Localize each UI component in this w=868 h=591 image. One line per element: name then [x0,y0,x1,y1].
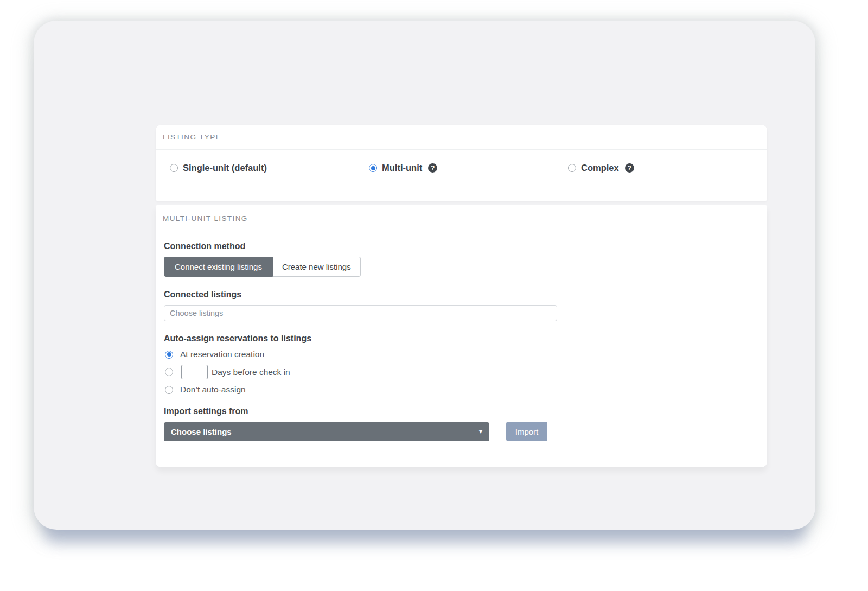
import-button[interactable]: Import [506,422,547,441]
radio-single-unit[interactable] [170,164,178,172]
listing-type-card: LISTING TYPE Single-unit (default) Multi… [156,125,767,201]
dropdown-selected-value: Choose listings [171,427,232,436]
import-settings-dropdown[interactable]: Choose listings ▾ [164,422,489,441]
radio-days-before-check-in[interactable] [165,368,173,376]
help-icon[interactable]: ? [625,163,634,173]
radio-option-dont-auto-assign[interactable]: Don’t auto-assign [164,385,767,395]
listing-type-header-label: LISTING TYPE [163,133,221,141]
listing-type-options: Single-unit (default) Multi-unit ? Compl… [156,150,767,173]
connection-method-label: Connection method [164,242,767,251]
radio-option-multi-unit[interactable]: Multi-unit ? [369,163,568,173]
connected-listings-input[interactable] [164,305,557,321]
multi-unit-listing-card: MULTI-UNIT LISTING Connection method Con… [156,205,767,467]
multi-unit-header-label: MULTI-UNIT LISTING [163,214,248,223]
radio-days-before-check-in-label: Days before check in [212,367,290,377]
multi-unit-body: Connection method Connect existing listi… [156,232,767,441]
tab-create-new-listings[interactable]: Create new listings [273,257,361,277]
auto-assign-options: At reservation creation Days before chec… [164,349,767,395]
auto-assign-label: Auto-assign reservations to listings [164,334,767,344]
import-settings-section: Import settings from Choose listings ▾ I… [164,406,767,441]
connected-listings-label: Connected listings [164,290,767,300]
app-frame: LISTING TYPE Single-unit (default) Multi… [34,21,815,530]
listing-type-header: LISTING TYPE [156,125,767,150]
connection-method-toggle: Connect existing listings Create new lis… [164,257,361,277]
radio-at-reservation-creation-label: At reservation creation [180,349,264,359]
radio-multi-unit-label: Multi-unit [382,163,422,173]
help-icon[interactable]: ? [428,163,437,173]
import-settings-label: Import settings from [164,406,767,416]
radio-dont-auto-assign-label: Don’t auto-assign [180,385,246,395]
tab-connect-existing-listings[interactable]: Connect existing listings [164,257,273,277]
multi-unit-header: MULTI-UNIT LISTING [156,205,767,232]
radio-multi-unit[interactable] [369,164,377,172]
radio-option-at-reservation-creation[interactable]: At reservation creation [164,349,767,359]
radio-at-reservation-creation[interactable] [165,351,173,359]
radio-dont-auto-assign[interactable] [165,386,173,394]
radio-complex[interactable] [568,164,576,172]
radio-complex-label: Complex [581,163,619,173]
radio-option-single-unit[interactable]: Single-unit (default) [170,163,369,173]
chevron-down-icon: ▾ [479,428,482,435]
days-before-check-in-input[interactable] [181,365,208,379]
radio-option-complex[interactable]: Complex ? [568,163,767,173]
radio-option-days-before-check-in[interactable]: Days before check in [164,365,767,379]
radio-single-unit-label: Single-unit (default) [183,163,267,173]
